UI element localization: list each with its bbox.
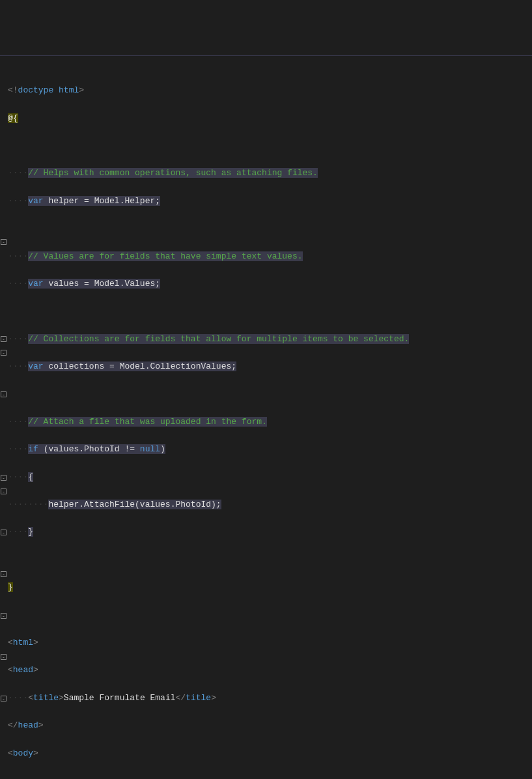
code-line[interactable]: ····<title>Sample Formulate Email</title… xyxy=(8,691,532,705)
fold-toggle[interactable]: - xyxy=(1,391,7,397)
code-line[interactable]: ····// Helps with common operations, suc… xyxy=(8,166,532,180)
tag: head xyxy=(18,720,38,730)
fold-toggle[interactable]: - xyxy=(1,239,7,245)
code-line[interactable]: ········helper.AttachFile(values.PhotoId… xyxy=(8,498,532,511)
tag: body xyxy=(13,748,33,758)
fold-toggle[interactable]: - xyxy=(1,696,7,701)
razor-block-close: } xyxy=(8,582,13,592)
code-line[interactable]: <html> xyxy=(8,636,532,649)
comment: // Attach a file that was uploaded in th… xyxy=(28,417,267,427)
tag: title xyxy=(186,693,211,703)
punct: > xyxy=(79,85,84,95)
brace: } xyxy=(28,527,33,537)
code-line[interactable]: ····if (values.PhotoId != null) xyxy=(8,442,532,456)
code-line[interactable]: <body> xyxy=(8,746,532,760)
tag: html xyxy=(59,85,79,95)
code-line[interactable] xyxy=(8,388,532,401)
code-text: helper = Model.Helper; xyxy=(44,196,160,206)
fold-toggle[interactable]: - xyxy=(1,530,7,535)
code-line[interactable] xyxy=(8,139,532,152)
code-line[interactable] xyxy=(8,221,532,235)
tag: html xyxy=(13,638,33,647)
code-line[interactable]: @{ xyxy=(8,111,532,125)
code-line[interactable]: ····} xyxy=(8,525,532,539)
code-line[interactable] xyxy=(8,608,532,622)
fold-toggle[interactable]: - xyxy=(1,654,7,660)
keyword: var xyxy=(28,279,43,289)
keyword: if xyxy=(28,444,38,454)
code-text: helper.AttachFile(values.PhotoId); xyxy=(48,500,221,509)
code-line[interactable]: ····// Collections are for fields that a… xyxy=(8,332,532,346)
fold-toggle[interactable]: - xyxy=(1,336,7,342)
code-editor[interactable]: - - - - - - - - - - - <!doctype html> @{… xyxy=(0,55,532,779)
fold-toggle[interactable]: - xyxy=(1,350,7,356)
code-text: (values.PhotoId != xyxy=(38,444,140,454)
fold-toggle[interactable]: - xyxy=(1,475,7,481)
code-line[interactable]: ····var helper = Model.Helper; xyxy=(8,194,532,208)
code-line[interactable]: ····var collections = Model.CollectionVa… xyxy=(8,360,532,373)
comment: // Collections are for fields that allow… xyxy=(28,334,409,344)
brace: { xyxy=(28,472,33,482)
keyword: var xyxy=(28,361,43,371)
code-line[interactable]: <head> xyxy=(8,663,532,677)
code-line[interactable] xyxy=(8,774,532,779)
tag: title xyxy=(33,693,59,703)
code-line[interactable]: ····{ xyxy=(8,470,532,484)
code-line[interactable] xyxy=(8,304,532,318)
code-line[interactable]: ····// Values are for fields that have s… xyxy=(8,249,532,263)
code-line[interactable]: <!doctype html> xyxy=(8,83,532,97)
fold-toggle[interactable]: - xyxy=(1,613,7,619)
code-line[interactable]: </head> xyxy=(8,718,532,732)
fold-gutter: - - - - - - - - - - - xyxy=(0,56,8,779)
keyword: var xyxy=(28,196,43,206)
code-line[interactable]: ····var values = Model.Values; xyxy=(8,277,532,290)
title-text: Sample Formulate Email xyxy=(64,693,176,703)
code-text: collections = Model.CollectionValues; xyxy=(44,361,236,371)
code-line[interactable]: } xyxy=(8,580,532,594)
code-line[interactable] xyxy=(8,553,532,567)
code-line[interactable]: ····// Attach a file that was uploaded i… xyxy=(8,415,532,429)
code-text: values = Model.Values; xyxy=(44,279,160,289)
fold-toggle[interactable]: - xyxy=(1,489,7,494)
fold-toggle[interactable]: - xyxy=(1,571,7,577)
comment: // Helps with common operations, such as… xyxy=(28,168,318,178)
comment: // Values are for fields that have simpl… xyxy=(28,251,302,261)
code-text: ) xyxy=(160,444,165,454)
keyword: null xyxy=(140,444,160,454)
keyword: doctype xyxy=(18,85,54,95)
tag: head xyxy=(13,665,33,675)
